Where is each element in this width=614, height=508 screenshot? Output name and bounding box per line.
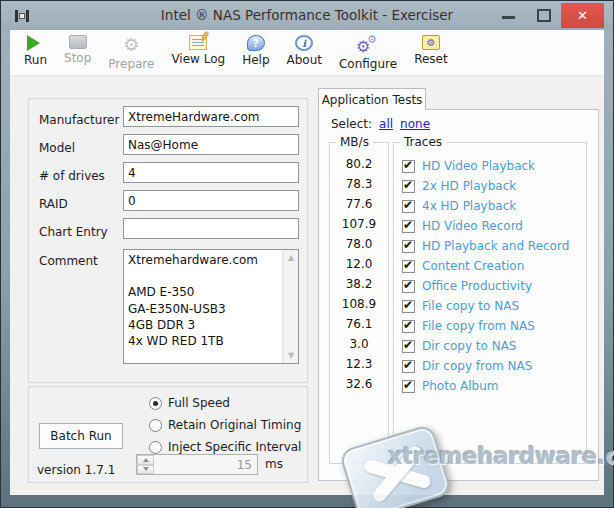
stop-icon <box>69 35 87 49</box>
trace-label[interactable]: HD Video Record <box>422 219 523 233</box>
mbs-value: 108.9 <box>330 297 388 315</box>
trace-row: Photo Album <box>402 377 499 395</box>
trace-label[interactable]: Dir copy from NAS <box>422 359 532 373</box>
prepare-icon <box>122 35 140 55</box>
toolbar: RunStopPrepareView Log?HelpiAboutConfigu… <box>10 30 604 76</box>
trace-checkbox[interactable] <box>402 260 415 273</box>
viewlog-icon <box>189 35 207 50</box>
spinner-up-icon <box>137 455 154 465</box>
field-row: Model <box>39 137 75 159</box>
close-icon[interactable]: ✕ <box>561 3 604 28</box>
trace-row: HD Playback and Record <box>402 237 569 255</box>
interval-input <box>154 455 257 474</box>
trace-row: Office Productivity <box>402 277 532 295</box>
select-all-link[interactable]: all <box>379 117 393 131</box>
trace-checkbox[interactable] <box>402 380 415 393</box>
trace-row: 4x HD Playback <box>402 197 516 215</box>
radio-button-icon[interactable] <box>149 419 162 432</box>
trace-checkbox[interactable] <box>402 300 415 313</box>
spinner-down-icon <box>137 465 154 475</box>
-of-drives-input[interactable] <box>123 162 299 183</box>
mbs-value: 32.6 <box>330 377 388 395</box>
toolbar-button-configure[interactable]: Configure <box>331 33 405 73</box>
trace-label[interactable]: HD Video Playback <box>422 159 535 173</box>
trace-row: File copy to NAS <box>402 297 519 315</box>
trace-label[interactable]: File copy from NAS <box>422 319 535 333</box>
toolbar-button-label: Run <box>24 53 47 67</box>
trace-checkbox[interactable] <box>402 280 415 293</box>
toolbar-button-run[interactable]: Run <box>16 33 55 69</box>
trace-checkbox[interactable] <box>402 240 415 253</box>
radio-full-speed[interactable]: Full Speed <box>149 395 230 411</box>
select-none-link[interactable]: none <box>400 117 430 131</box>
radio-retain-original-timing[interactable]: Retain Original Timing <box>149 417 301 433</box>
trace-label[interactable]: Content Creation <box>422 259 524 273</box>
comment-box: Xtremehardware.com AMD E-350 GA-E350N-US… <box>123 249 299 364</box>
trace-checkbox[interactable] <box>402 180 415 193</box>
batch-run-button[interactable]: Batch Run <box>39 423 123 449</box>
toolbar-button-prepare: Prepare <box>100 33 162 73</box>
about-icon: i <box>295 35 313 51</box>
mbs-groupbox: MB/s 80.278.377.6107.978.012.038.2108.97… <box>329 142 389 464</box>
trace-row: Dir copy from NAS <box>402 357 532 375</box>
trace-label[interactable]: 4x HD Playback <box>422 199 516 213</box>
trace-label[interactable]: Photo Album <box>422 379 499 393</box>
toolbar-button-label: Prepare <box>108 57 154 71</box>
radio-button-icon[interactable] <box>149 397 162 410</box>
mbs-value: 3.0 <box>330 337 388 355</box>
mbs-header: MB/s <box>336 135 373 149</box>
field-label--of-drives: # of drives <box>39 169 105 183</box>
manufacturer-input[interactable] <box>123 106 299 127</box>
toolbar-button-reset[interactable]: Reset <box>406 33 456 68</box>
toolbar-button-label: View Log <box>171 52 225 66</box>
scroll-down-icon[interactable]: ▼ <box>283 348 299 363</box>
select-label: Select: <box>331 117 372 131</box>
trace-label[interactable]: 2x HD Playback <box>422 179 516 193</box>
trace-label[interactable]: Office Productivity <box>422 279 532 293</box>
nas-info-groupbox: ManufacturerModel# of drivesRAIDChart En… <box>28 98 308 383</box>
trace-checkbox[interactable] <box>402 340 415 353</box>
trace-label[interactable]: File copy to NAS <box>422 299 519 313</box>
toolbar-button-label: Stop <box>64 51 91 65</box>
interval-spinner <box>136 454 258 475</box>
toolbar-button-view-log[interactable]: View Log <box>163 33 233 68</box>
radio-button-icon[interactable] <box>149 441 162 454</box>
application-tests-page: Select: all none MB/s 80.278.377.6107.97… <box>318 109 599 481</box>
trace-row: Content Creation <box>402 257 524 275</box>
trace-checkbox[interactable] <box>402 320 415 333</box>
reset-icon <box>422 35 440 50</box>
toolbar-button-help[interactable]: ?Help <box>234 33 277 69</box>
mbs-value: 77.6 <box>330 197 388 215</box>
comment-input[interactable]: Xtremehardware.com AMD E-350 GA-E350N-US… <box>124 250 282 363</box>
help-icon: ? <box>247 35 265 51</box>
raid-input[interactable] <box>123 190 299 211</box>
maximize-icon[interactable] <box>537 9 551 22</box>
chart-entry-input[interactable] <box>123 218 299 239</box>
radio-inject-specific-interval[interactable]: Inject Specific Interval <box>149 439 301 455</box>
toolbar-button-label: Reset <box>414 52 448 66</box>
field-label-manufacturer: Manufacturer <box>39 113 119 127</box>
client-area: RunStopPrepareView Log?HelpiAboutConfigu… <box>10 30 604 495</box>
trace-checkbox[interactable] <box>402 160 415 173</box>
trace-checkbox[interactable] <box>402 360 415 373</box>
toolbar-button-label: About <box>287 53 322 67</box>
toolbar-button-about[interactable]: iAbout <box>279 33 330 69</box>
minimize-icon[interactable] <box>502 16 515 19</box>
trace-label[interactable]: HD Playback and Record <box>422 239 569 253</box>
trace-row: Dir copy to NAS <box>402 337 516 355</box>
tab-application-tests[interactable]: Application Tests <box>318 88 426 110</box>
field-row: Manufacturer <box>39 109 119 131</box>
comment-scrollbar[interactable]: ▲ ▼ <box>282 250 298 363</box>
mbs-value: 107.9 <box>330 217 388 235</box>
field-label-chart-entry: Chart Entry <box>39 225 108 239</box>
field-row: Chart Entry <box>39 221 108 243</box>
trace-checkbox[interactable] <box>402 200 415 213</box>
traces-header: Traces <box>400 135 446 149</box>
toolbar-button-label: Configure <box>339 57 397 71</box>
field-label-raid: RAID <box>39 197 68 211</box>
trace-checkbox[interactable] <box>402 220 415 233</box>
comment-label: Comment <box>39 254 98 268</box>
trace-label[interactable]: Dir copy to NAS <box>422 339 516 353</box>
scroll-up-icon[interactable]: ▲ <box>283 250 299 265</box>
model-input[interactable] <box>123 134 299 155</box>
